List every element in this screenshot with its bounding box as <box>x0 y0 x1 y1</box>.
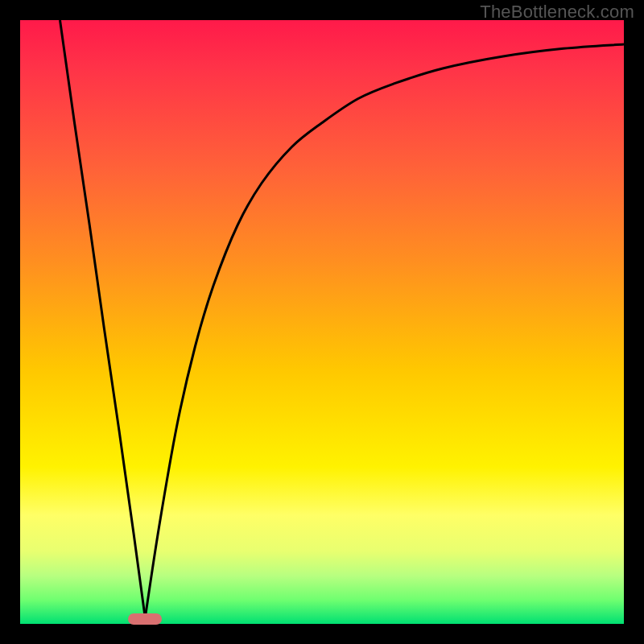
watermark-text: TheBottleneck.com <box>480 2 634 23</box>
curve-layer <box>20 20 624 624</box>
left-descent-line <box>60 20 146 618</box>
right-curve-line <box>145 44 624 618</box>
bottleneck-marker <box>128 613 162 625</box>
plot-area <box>20 20 624 624</box>
